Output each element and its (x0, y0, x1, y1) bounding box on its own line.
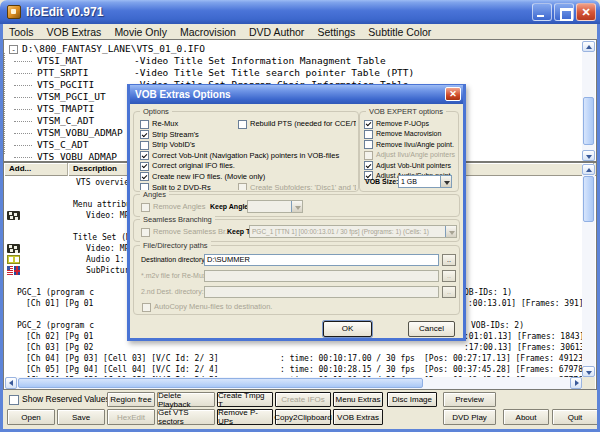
option-correct-vob-unit-navigation-pack-pointers-in-vob-files[interactable]: Correct Vob-Unit (Navigation Pack) point… (140, 151, 339, 161)
expert-adjust-vob-unit-pointers-checkbox[interactable] (364, 161, 373, 170)
option-create-new-ifo-files-movie-only-checkbox[interactable] (140, 172, 149, 181)
expert-row: Remove Macrovision (364, 129, 456, 139)
create-tmpg-t--button[interactable]: Create Tmpg T. (217, 392, 273, 407)
footer-toolbar: Show Reserved ValuesRegion freeDelete Pl… (3, 390, 597, 429)
option-re-mux[interactable]: Re-Mux (140, 119, 178, 129)
vob-size-select[interactable]: 1 GB (398, 175, 452, 188)
about-button[interactable]: About (503, 409, 549, 425)
expert-remove-p-uops[interactable]: Remove P-UOps (364, 119, 429, 129)
tree-scrollbar[interactable] (582, 41, 595, 161)
remove-p-ups-button[interactable]: Remove P-UPs (217, 409, 273, 425)
scroll-down-icon[interactable] (582, 366, 595, 377)
show-reserved-checkbox[interactable] (9, 395, 19, 405)
ok-button[interactable]: OK (323, 321, 372, 337)
option-correct-original-ifo-files[interactable]: Correct original IFO files. (140, 161, 235, 171)
option-strip-stream-s-checkbox[interactable] (140, 130, 149, 139)
option-create-new-ifo-files-movie-only[interactable]: Create new IFO files. (Movie only) (140, 172, 265, 182)
expert-remove-ilvu-angle-point-checkbox[interactable] (364, 140, 373, 149)
destination-directory-input[interactable]: D:\SUMMER (204, 254, 439, 266)
option-split-to-2-dvd-rs[interactable]: Split to 2 DVD-Rs (140, 183, 211, 190)
preview-button[interactable]: Preview (443, 392, 496, 407)
option-rebuild-pts-needed-for-cce-tmpegenc-etc[interactable]: Rebuild PTS (needed for CCE/TMpegEnc etc (238, 119, 356, 129)
expert-adjust-vob-unit-pointers-label: Adjust Vob-Unit pointers (376, 162, 451, 169)
expert-adjust-vob-unit-pointers[interactable]: Adjust Vob-Unit pointers (364, 161, 451, 171)
list-vscrollbar-thumb[interactable] (583, 176, 594, 222)
open-button[interactable]: Open (7, 409, 55, 425)
option-strip-vobid-s-checkbox[interactable] (140, 141, 149, 150)
menu-item-settings[interactable]: Settings (317, 26, 355, 38)
scroll-right-icon[interactable] (570, 377, 582, 389)
menu-item-movie-only[interactable]: Movie Only (114, 26, 167, 38)
close-icon[interactable]: ✕ (576, 3, 596, 21)
menu-extras-button[interactable]: Menu Extras (333, 392, 383, 407)
second-dest-directory-label: 2.nd Dest. directory: (141, 288, 204, 295)
scroll-up-icon[interactable] (582, 41, 595, 52)
dvd-play-button[interactable]: DVD Play (443, 409, 496, 425)
list-row-right-text: VOB-IDs: 2) (471, 320, 524, 331)
tree-expander-icon[interactable]: - (9, 45, 18, 54)
file-directory-paths-group: File/Directory paths Destination directo… (133, 245, 460, 315)
menu-item-subtitle-color[interactable]: Subtitle Color (368, 26, 431, 38)
maximize-icon[interactable] (554, 3, 574, 21)
get-vts-sectors-button[interactable]: Get VTS sectors (157, 409, 215, 425)
show-reserved-values[interactable]: Show Reserved Values (9, 394, 110, 404)
option-correct-vob-unit-navigation-pack-pointers-in-vob-files-checkbox[interactable] (140, 151, 149, 160)
option-split-to-2-dvd-rs-checkbox[interactable] (140, 183, 149, 190)
menu-item-macrovision[interactable]: Macrovision (180, 26, 236, 38)
list-hscrollbar[interactable] (5, 377, 582, 389)
tree-node-PTT_SRPTI[interactable]: PTT_SRPTI-Video Title Set Title search p… (4, 67, 596, 79)
expert-row: Adjust Ilvu/Angle pointers (364, 150, 456, 160)
cancel-button[interactable]: Cancel (408, 321, 455, 337)
delete-playback-button[interactable]: Delete Playback (157, 392, 215, 407)
expert-adjust-ilvu-angle-pointers-label: Adjust Ilvu/Angle pointers (376, 151, 455, 158)
destination-directory-browse-button[interactable]: .. (442, 254, 456, 266)
option-rebuild-pts-needed-for-cce-tmpegenc-etc-checkbox[interactable] (238, 120, 247, 129)
list-row-time-text: : time: 00:10:17.00 / 30 fps (280, 353, 415, 364)
region-free-button[interactable]: Region free (107, 392, 155, 407)
option-strip-vobid-s[interactable]: Strip VobID's (140, 140, 195, 150)
menu-item-vob-extras[interactable]: VOB Extras (47, 26, 102, 38)
expert-remove-ilvu-angle-point[interactable]: Remove Ilvu/Angle point. (364, 140, 454, 150)
expert-remove-macrovision-checkbox[interactable] (364, 130, 373, 139)
tree-node-name: VTSI_MAT (37, 55, 83, 67)
vob-extras-button[interactable]: VOB Extras (333, 409, 383, 425)
option-re-mux-checkbox[interactable] (140, 120, 149, 129)
expert-remove-macrovision[interactable]: Remove Macrovision (364, 129, 441, 139)
scroll-down-icon[interactable] (582, 150, 595, 161)
list-row[interactable]: [Ch 04] [Pg 03] [Cell 03] [V/C Id: 2/ 3]… (4, 353, 596, 364)
dialog-titlebar[interactable]: VOB Extras Options ✕ (130, 85, 463, 104)
tree-root-node[interactable]: D:\800_FANTASY_LANE\VTS_01_0.IFO (22, 43, 205, 55)
option-strip-stream-s[interactable]: Strip Stream's (140, 130, 199, 140)
window-border-left (0, 24, 3, 429)
expert-remove-p-uops-checkbox[interactable] (364, 120, 373, 129)
options-row: Re-MuxRebuild PTS (needed for CCE/TMpegE… (140, 119, 356, 130)
list-header-add[interactable]: Add... (4, 163, 68, 176)
tree-scrollbar-thumb[interactable] (583, 97, 594, 145)
dialog-close-icon[interactable]: ✕ (445, 87, 461, 101)
m2v-file-for-remux-label: *.m2v file for Re-Mux: (141, 272, 208, 279)
list-hscrollbar-thumb[interactable] (18, 378, 423, 388)
tree-node-VTSI_MAT[interactable]: VTSI_MAT-Video Title Set Information Man… (4, 55, 596, 67)
quit-button[interactable]: Quit (552, 409, 598, 425)
disc-image-button[interactable]: Disc Image (387, 392, 437, 407)
titlebar[interactable]: IfoEdit v0.971 ✕ (0, 0, 600, 24)
minimize-icon[interactable] (532, 3, 552, 21)
save-button[interactable]: Save (57, 409, 105, 425)
list-row[interactable]: [Ch 03] [Pg 02:17:00.13] [Frames: 30613 (4, 342, 596, 353)
options-group: Options Re-MuxRebuild PTS (needed for CC… (133, 111, 359, 192)
list-row[interactable]: [Ch 05] [Pg 04] [Cell 04] [V/C Id: 2/ 4]… (4, 364, 596, 375)
options-row: Create new IFO files. (Movie only) (140, 172, 356, 183)
list-vscrollbar[interactable] (582, 164, 595, 377)
list-row-text: [Ch 01] [Pg 01 (26, 298, 93, 309)
keep-angle-select (247, 200, 303, 213)
option-correct-vob-unit-navigation-pack-pointers-in-vob-files-label: Correct Vob-Unit (Navigation Pack) point… (152, 151, 339, 160)
menu-item-dvd-author[interactable]: DVD Author (249, 26, 304, 38)
scroll-left-icon[interactable] (5, 377, 17, 389)
option-correct-original-ifo-files-checkbox[interactable] (140, 162, 149, 171)
scroll-up-icon[interactable] (582, 164, 595, 175)
expert-row: Remove Ilvu/Angle point. (364, 140, 456, 150)
copy2clipboard-button[interactable]: Copy2Clipboard (275, 409, 331, 425)
menu-item-tools[interactable]: Tools (9, 26, 34, 38)
vob-size-value: 1 GB (399, 176, 440, 187)
chevron-down-icon[interactable] (440, 176, 451, 187)
